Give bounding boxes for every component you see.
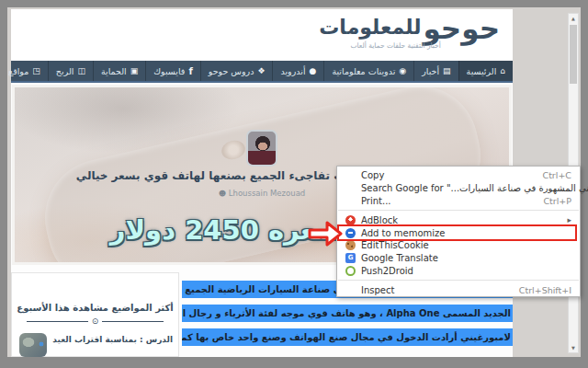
shortcut-label: Ctrl+Shift+I <box>519 285 571 295</box>
rss-icon: ◉ <box>399 66 406 75</box>
nav-item-blog[interactable]: ◉ تدوينات معلوماتية <box>323 61 413 81</box>
menu-item-copy[interactable]: Copy Ctrl+C <box>337 169 580 182</box>
menu-item-search-google[interactable]: Search Google for "فاجأت شركة لامبورغيني… <box>337 182 580 195</box>
shortcut-label: Ctrl+C <box>543 170 572 180</box>
menu-item-google-translate[interactable]: G Google Translate <box>337 252 580 265</box>
shortcut-label: Ctrl+P <box>543 196 571 206</box>
nav-item-security[interactable]: ▣ الحماية <box>93 61 145 81</box>
submenu-arrow-icon: ▸ <box>567 215 571 224</box>
nav-label: دروس حوحو <box>209 66 254 76</box>
menu-item-print[interactable]: Print... Ctrl+P <box>337 195 580 208</box>
lock-icon: ▣ <box>130 66 139 75</box>
cookie-icon <box>345 240 356 250</box>
android-icon: ● <box>310 66 317 75</box>
widget-title: أكثر المواضيع مشاهدة هذا الأسبوع <box>12 303 178 313</box>
menu-item-inspect[interactable]: Inspect Ctrl+Shift+I <box>337 283 580 296</box>
nav-item-home[interactable]: ⌂ الرئيسية <box>458 61 513 81</box>
nav-label: الربح <box>56 66 74 76</box>
menu-separator <box>338 280 579 281</box>
nav-item-sites[interactable]: ◳ مواقع <box>7 61 48 81</box>
post-list-item[interactable]: الدرس : بمناسبة اقتراب العيد قناة <box>19 333 173 357</box>
search-quote: "فاجأت شركة لامبورغيني المشهورة في صناعة… <box>447 183 588 193</box>
push2droid-icon <box>345 266 356 276</box>
pointer-arrow-icon <box>307 220 344 247</box>
site-logo[interactable]: حوحو للمعلومات أخبار التقنية حلقات حماية… <box>319 13 500 50</box>
logo-mark: حوحو <box>423 13 500 44</box>
scroll-thumb[interactable] <box>570 25 577 84</box>
nav-item-profit[interactable]: ◫ الربح <box>48 61 93 81</box>
logo-text: للمعلومات <box>319 13 421 42</box>
site-header: حوحو للمعلومات أخبار التقنية حلقات حماية… <box>11 9 513 61</box>
nav-label: أخبار <box>422 66 439 76</box>
nav-label: الحماية <box>101 66 127 76</box>
widget-divider: ⊙ <box>27 317 164 326</box>
nav-item-lessons[interactable]: ❖ دروس حوحو <box>200 61 273 81</box>
menu-separator <box>338 210 579 211</box>
main-nav: ⌂ الرئيسية ▤ أخبار ◉ تدوينات معلوماتية ●… <box>11 61 513 83</box>
scroll-up-icon[interactable]: ▲ <box>569 14 578 23</box>
author-avatar <box>246 130 277 167</box>
nav-item-facebook[interactable]: f فايسبوك <box>145 61 200 81</box>
selected-text-line: لامبورغيني أرادت الدخول في مجال صنع الهو… <box>182 324 513 348</box>
nav-label: فايسبوك <box>153 66 185 76</box>
author-name: Lhoussain Mezouad <box>229 189 305 198</box>
translate-icon: G <box>345 253 356 263</box>
window-frame: حوحو للمعلومات أخبار التقنية حلقات حماية… <box>0 0 588 368</box>
nav-label: مواقع <box>8 66 28 76</box>
home-icon: ⌂ <box>500 66 505 75</box>
divider-icon: ⊙ <box>92 317 99 326</box>
tag-icon: ❖ <box>257 66 265 75</box>
menu-item-editthiscookie[interactable]: EditThisCookie <box>337 239 580 252</box>
money-icon: ◫ <box>77 66 85 75</box>
highlight-box <box>337 224 577 241</box>
menu-item-push2droid[interactable]: Push2Droid <box>337 265 580 278</box>
selected-text-line: الجديد المسمى Alpha One ، وهو هاتف قوي م… <box>182 300 513 324</box>
facebook-icon: f <box>188 66 192 76</box>
post-title: الدرس : بمناسبة اقتراب العيد قناة <box>52 333 173 344</box>
sites-icon: ◳ <box>32 66 40 75</box>
news-icon: ▤ <box>443 66 451 75</box>
nav-item-news[interactable]: ▤ أخبار <box>413 61 458 81</box>
scroll-down-icon[interactable]: ▼ <box>569 343 578 352</box>
post-thumbnail <box>19 333 47 357</box>
nav-label: أندرويد <box>280 66 305 76</box>
user-icon: ☻ <box>219 190 226 198</box>
nav-item-android[interactable]: ● أندرويد <box>272 61 323 81</box>
sidebar-widget: أكثر المواضيع مشاهدة هذا الأسبوع ⊙ الدرس… <box>11 272 179 357</box>
nav-label: تدوينات معلوماتية <box>332 66 395 76</box>
nav-label: الرئيسية <box>467 66 497 76</box>
